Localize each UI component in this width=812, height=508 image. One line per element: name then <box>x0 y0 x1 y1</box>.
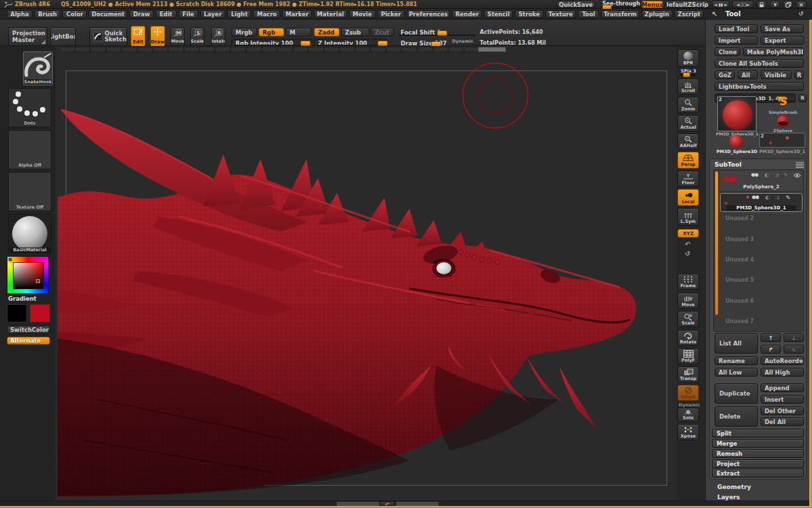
save-as-button[interactable]: Save As <box>761 24 804 33</box>
extract-section[interactable]: Extract <box>712 469 804 478</box>
sv-cursor[interactable] <box>36 279 40 283</box>
half-right-icon[interactable]: ◑ <box>775 194 780 200</box>
menu-marker[interactable]: Marker <box>282 10 312 18</box>
eye-icon[interactable] <box>793 173 801 178</box>
hue-cursor[interactable] <box>8 257 12 261</box>
menu-macro[interactable]: Macro <box>253 10 280 18</box>
menu-alpha[interactable]: Alpha <box>7 10 32 18</box>
menu-stroke[interactable]: Stroke <box>515 10 543 18</box>
default-zscript-button[interactable]: DefaultZScript <box>666 1 709 8</box>
menu-zplugin[interactable]: Zplugin <box>641 10 673 18</box>
focal-shift-nub[interactable] <box>437 30 447 36</box>
subtool-scrollbar[interactable] <box>715 171 718 315</box>
import-button[interactable]: Import <box>715 36 758 45</box>
brush-thumbnail[interactable]: SnakeHook <box>23 51 53 85</box>
dynamic-label[interactable]: Dynamic <box>452 39 474 44</box>
scale-mode-button[interactable]: S Scale <box>190 27 204 46</box>
solo-button[interactable]: Solo <box>677 408 699 422</box>
restore-button[interactable] <box>783 1 793 8</box>
make-polymesh3d-button[interactable]: Make PolyMesh3D <box>743 47 804 56</box>
visibility-pair-icon[interactable]: ●● <box>752 194 759 200</box>
menu-light[interactable]: Light <box>227 10 252 18</box>
secondary-color-swatch[interactable] <box>30 304 50 322</box>
spix-slider[interactable] <box>680 74 696 77</box>
goz-all-button[interactable]: All <box>738 70 758 79</box>
subtool-item-polysphere2[interactable]: ●● ◐ ◑ ✎ PolySphere_2 <box>720 171 803 192</box>
lightbox-button[interactable]: LightBox <box>50 27 76 46</box>
main-color-swatch[interactable] <box>7 304 27 322</box>
sv-square[interactable] <box>13 262 44 289</box>
frame-button[interactable]: Frame <box>677 274 699 290</box>
menu-color[interactable]: Color <box>62 10 87 18</box>
stroke-thumbnail[interactable]: Dots <box>8 88 51 127</box>
menu-render[interactable]: Render <box>452 10 482 18</box>
rgb-button[interactable]: Rgb <box>258 28 284 37</box>
del-other-button[interactable]: Del Other <box>761 406 804 415</box>
shift-up-button[interactable]: ↱ <box>761 345 781 354</box>
material-thumbnail[interactable]: BasicMaterial <box>8 214 51 253</box>
scale-gizmo-button[interactable]: Scale <box>677 311 699 327</box>
rename-button[interactable]: Rename <box>715 356 758 365</box>
local-button[interactable]: Local <box>677 189 699 206</box>
focal-shift-slider[interactable]: Focal Shift 0 <box>397 28 477 37</box>
zoom-button[interactable]: Zoom <box>677 97 699 113</box>
move-up-button[interactable]: ↑ <box>761 333 781 342</box>
gradient-label[interactable]: Gradient <box>8 295 37 302</box>
spin-right-icon[interactable]: ↺ <box>685 250 690 257</box>
goz-visible-button[interactable]: Visible <box>761 70 792 79</box>
all-high-button[interactable]: All High <box>761 368 804 377</box>
remesh-section[interactable]: Remesh <box>712 449 804 458</box>
delete-button[interactable]: Delete <box>715 406 758 427</box>
xpose-button[interactable]: Xpose <box>677 424 699 440</box>
switch-color-button[interactable]: SwitchColor <box>7 326 50 334</box>
half-right-icon[interactable]: ◑ <box>774 172 779 178</box>
lock-icon[interactable] <box>757 1 767 8</box>
paint-icon[interactable]: ✎ <box>786 194 791 201</box>
move-gizmo-button[interactable]: Move <box>677 293 699 309</box>
goz-r-button[interactable]: R <box>794 70 804 79</box>
project-section[interactable]: Project <box>712 459 804 468</box>
tool-history-icon[interactable]: ↺ <box>798 10 804 17</box>
rotate-gizmo-button[interactable]: Rotate <box>677 330 699 346</box>
move-down-button[interactable]: ↓ <box>784 333 804 342</box>
menu-zscript[interactable]: Zscript <box>675 10 704 18</box>
pick-icon[interactable]: ↖ <box>712 10 717 18</box>
menu-preferences[interactable]: Preferences <box>407 10 450 18</box>
half-left-icon[interactable]: ◐ <box>765 172 769 178</box>
projection-master-button[interactable]: Projection Master <box>8 27 47 46</box>
clone-button[interactable]: Clone <box>715 47 740 56</box>
small-tool-thumbnail[interactable] <box>729 135 743 148</box>
menu-movie[interactable]: Movie <box>349 10 376 18</box>
transp-button[interactable]: Transp <box>677 366 699 383</box>
zsphere-thumbnail[interactable] <box>777 115 789 127</box>
dragon-sculpt[interactable] <box>58 47 673 498</box>
zcut-button[interactable]: Zcut <box>371 28 394 37</box>
alternate-button[interactable]: Alternate <box>7 337 50 345</box>
close-button[interactable]: × <box>796 1 807 8</box>
mrgb-button[interactable]: Mrgb <box>231 28 257 37</box>
divider-handle[interactable] <box>478 47 506 52</box>
persp-button[interactable]: Persp <box>677 152 699 169</box>
rgb-intensity-nub[interactable] <box>300 41 311 46</box>
all-low-button[interactable]: All Low <box>715 368 758 377</box>
canvas-area[interactable] <box>55 46 677 501</box>
xyz-button[interactable]: XYZ <box>677 229 699 238</box>
move-mode-button[interactable]: M Move <box>171 27 185 46</box>
menu-draw[interactable]: Draw <box>129 10 154 18</box>
quick-sketch-button[interactable]: Quick Sketch <box>89 27 127 46</box>
alpha-thumbnail[interactable]: Alpha Off <box>8 130 51 169</box>
del-all-button[interactable]: Del All <box>761 417 804 426</box>
small-tool2-thumbnail[interactable]: 2 <box>759 133 805 148</box>
palette-tray-toggle-icon[interactable]: ◄❏❏► <box>732 1 754 8</box>
scroll-button[interactable]: Scroll <box>677 79 699 95</box>
visibility-pair-icon[interactable]: ●● <box>751 172 758 177</box>
hscroll-arrows[interactable]: ▲▼ <box>380 501 394 505</box>
geometry-palette-header[interactable]: Geometry <box>717 484 751 490</box>
actual-button[interactable]: Actual <box>677 115 699 131</box>
lsym-button[interactable]: L.Sym <box>677 208 699 226</box>
edit-mode-button[interactable]: Edit <box>131 26 145 47</box>
list-all-button[interactable]: List All <box>715 333 758 354</box>
duplicate-button[interactable]: Duplicate <box>715 383 758 404</box>
zadd-button[interactable]: Zadd <box>314 28 340 37</box>
clone-all-subtools-button[interactable]: Clone All SubTools <box>715 59 804 68</box>
